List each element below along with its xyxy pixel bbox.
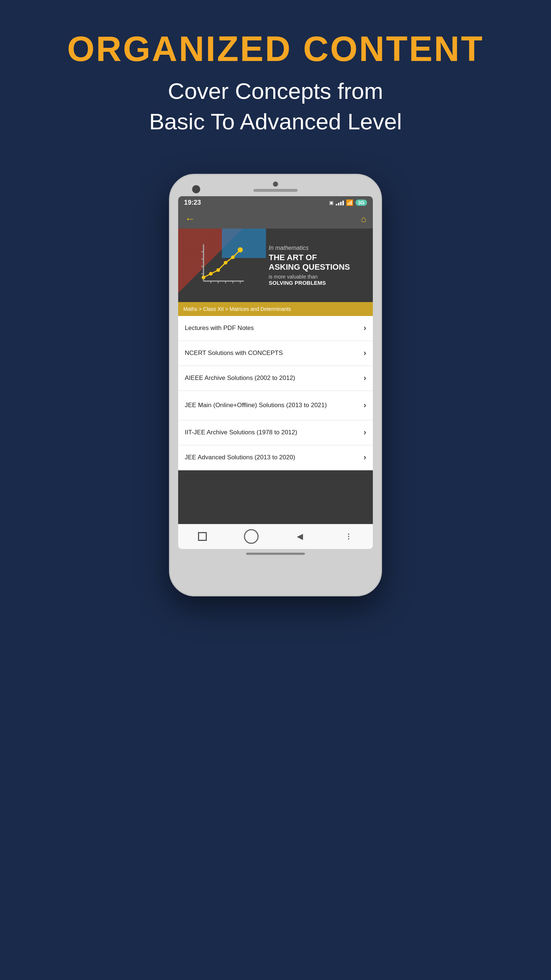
breadcrumb-bar: Maths > Class XII > Matrices and Determi… [178, 302, 373, 316]
home-button[interactable]: ⌂ [361, 214, 367, 224]
chevron-right-icon: › [364, 323, 366, 333]
back-button[interactable]: ← [185, 213, 195, 225]
menu-item-label: IIT-JEE Archive Solutions (1978 to 2012) [185, 428, 364, 436]
signal-bars-icon [336, 200, 344, 205]
nav-square-button[interactable] [191, 525, 213, 547]
subtitle-line1: Cover Concepts from [168, 78, 383, 103]
banner-bold-text2: ASKING QUESTIONS [269, 262, 367, 272]
bottom-nav: ◀ ⁝ [178, 524, 373, 549]
banner-bold-text3: SOLVING PROBLEMS [269, 280, 367, 286]
nav-home-button[interactable] [240, 525, 262, 547]
menu-item-lectures[interactable]: Lectures with PDF Notes › [178, 316, 373, 341]
nav-back-button[interactable]: ◀ [289, 525, 311, 547]
circle-icon [244, 529, 259, 544]
subtitle-line2: Basic To Advanced Level [149, 109, 402, 134]
menu-item-label: JEE Advanced Solutions (2013 to 2020) [185, 453, 364, 461]
breadcrumb-text: Maths > Class XII > Matrices and Determi… [183, 306, 291, 312]
menu-item-label: JEE Main (Online+Offline) Solutions (201… [185, 401, 364, 409]
svg-point-15 [231, 255, 235, 259]
banner-bold-text1: THE ART OF [269, 253, 367, 262]
chart-graphic [196, 241, 248, 290]
chevron-right-icon: › [364, 373, 366, 383]
status-bar: 19:23 ▣ 📶 3G [178, 196, 373, 210]
math-banner: In mathematics THE ART OF ASKING QUESTIO… [178, 229, 373, 302]
header-section: ORGANIZED CONTENT Cover Concepts from Ba… [0, 0, 551, 152]
phone-speaker [254, 189, 297, 192]
banner-text-area: In mathematics THE ART OF ASKING QUESTIO… [266, 239, 373, 292]
phone-screen: 19:23 ▣ 📶 3G ← ⌂ [178, 196, 373, 549]
chevron-right-icon: › [364, 453, 366, 462]
menu-item-jee-main[interactable]: JEE Main (Online+Offline) Solutions (201… [178, 391, 373, 420]
app-toolbar: ← ⌂ [178, 210, 373, 229]
menu-item-aieee[interactable]: AIEEE Archive Solutions (2002 to 2012) › [178, 366, 373, 391]
banner-chart-area [178, 229, 266, 302]
menu-item-iit-jee[interactable]: IIT-JEE Archive Solutions (1978 to 2012)… [178, 420, 373, 445]
subtitle: Cover Concepts from Basic To Advanced Le… [15, 76, 536, 137]
status-time: 19:23 [184, 199, 201, 207]
svg-point-12 [209, 272, 213, 275]
banner-regular-text: is more valuable than [269, 274, 367, 280]
menu-item-label: AIEEE Archive Solutions (2002 to 2012) [185, 374, 364, 382]
menu-list: Lectures with PDF Notes › NCERT Solution… [178, 316, 373, 524]
svg-point-16 [238, 247, 243, 253]
banner-italic-text: In mathematics [269, 245, 367, 251]
menu-item-jee-advanced[interactable]: JEE Advanced Solutions (2013 to 2020) › [178, 445, 373, 470]
menu-grid-icon: ⁝ [347, 531, 350, 542]
ad-banner [178, 470, 373, 524]
wifi-icon: 📶 [346, 199, 353, 206]
camera-dot [273, 181, 278, 187]
menu-item-label: Lectures with PDF Notes [185, 324, 364, 332]
chevron-right-icon: › [364, 401, 366, 410]
chevron-right-icon: › [364, 348, 366, 358]
front-camera [192, 185, 200, 193]
svg-point-11 [202, 275, 205, 279]
battery-badge: 3G [356, 199, 367, 206]
menu-item-ncert[interactable]: NCERT Solutions with CONCEPTS › [178, 341, 373, 366]
phone-mockup: 19:23 ▣ 📶 3G ← ⌂ [169, 174, 382, 597]
phone-bottom-bar [246, 553, 305, 555]
vol-icon: ▣ [329, 200, 333, 205]
nav-menu-button[interactable]: ⁝ [338, 525, 360, 547]
back-arrow-icon: ◀ [297, 532, 303, 541]
status-icons: ▣ 📶 3G [329, 199, 367, 206]
phone-top-bar [170, 175, 381, 192]
main-title: ORGANIZED CONTENT [15, 29, 536, 68]
svg-point-14 [224, 261, 227, 264]
menu-item-label: NCERT Solutions with CONCEPTS [185, 349, 364, 357]
chevron-right-icon: › [364, 428, 366, 437]
square-icon [198, 532, 207, 541]
svg-point-13 [216, 268, 220, 272]
